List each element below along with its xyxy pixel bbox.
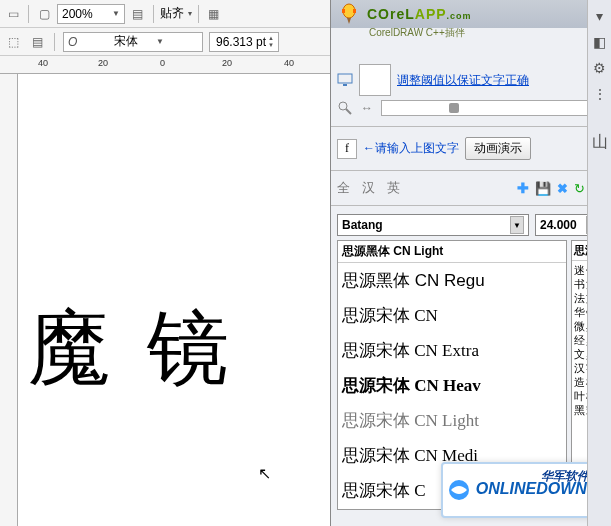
vert-dots-icon[interactable]: ⋮ (592, 86, 608, 102)
font-plugin-panel: COreLAPP.com CorelDRAW C++插伴 调整阈值以保证文字正确… (330, 0, 611, 526)
font-family-value: 宋体 (114, 33, 156, 50)
toolbar-separator-2 (153, 5, 154, 23)
plugin-size-value: 24.000 (540, 218, 582, 232)
sample-char-box[interactable]: f (337, 139, 357, 159)
font-list-header[interactable]: 思源黑体 CN Light (338, 241, 566, 263)
canvas-text-object[interactable]: 魔 镜 (28, 294, 237, 404)
divider-2 (331, 170, 611, 171)
ruler-tick: 40 (284, 58, 294, 68)
font-style-indicator: O (68, 35, 110, 49)
toolbar-separator-3 (198, 5, 199, 23)
zoom-input[interactable] (62, 7, 112, 21)
add-icon[interactable]: ✚ (517, 180, 529, 196)
slider-thumb[interactable] (449, 103, 459, 113)
size-spinner[interactable]: ▲▼ (268, 35, 274, 49)
align-label[interactable]: 贴齐 (160, 5, 184, 22)
threshold-row: 调整阈值以保证文字正确 (331, 56, 611, 100)
cursor-icon: ↖ (258, 464, 271, 483)
threshold-slider[interactable] (381, 100, 605, 116)
dropdown-icon[interactable]: ▾ (592, 8, 608, 24)
balloon-icon (337, 2, 361, 26)
filter-row: 全 汉 英 ✚ 💾 ✖ ↻ (331, 175, 611, 201)
refresh-icon[interactable]: ↻ (574, 181, 585, 196)
svg-rect-3 (338, 74, 352, 83)
threshold-link[interactable]: 调整阈值以保证文字正确 (397, 72, 529, 89)
font-list-item[interactable]: 思源宋体 CN Light (338, 403, 566, 438)
input-text-row: f ←请输入上图文字 动画演示 (331, 131, 611, 166)
demo-button[interactable]: 动画演示 (465, 137, 531, 160)
font-controls-row: Batang ▼ 24.000 ▼ (331, 210, 611, 240)
font-family-combo[interactable]: O 宋体 ▼ (63, 32, 203, 52)
brand-subtitle: CorelDRAW C++插伴 (369, 26, 465, 40)
ruler-tick: 20 (222, 58, 232, 68)
corelapp-header: COreLAPP.com (331, 0, 611, 28)
chevron-down-icon[interactable]: ▼ (156, 37, 198, 46)
magnifier-icon[interactable] (337, 100, 353, 116)
font-list-item[interactable]: 思源宋体 CN Extra (338, 333, 566, 368)
svg-rect-4 (343, 84, 347, 86)
toolbar-icon-4[interactable]: ▦ (205, 5, 223, 23)
chevron-down-icon[interactable]: ▼ (112, 9, 120, 18)
tool-icon-b[interactable]: ▤ (28, 33, 46, 51)
svg-rect-1 (342, 9, 345, 13)
cjk-tool-icon[interactable]: 山 (592, 112, 608, 128)
chevron-down-icon[interactable]: ▼ (510, 216, 524, 234)
ruler-vertical (0, 74, 18, 526)
ruler-tick: 0 (160, 58, 165, 68)
filter-all[interactable]: 全 (337, 179, 350, 197)
brand-title: COreLAPP.com (367, 6, 472, 22)
ruler-tick: 40 (38, 58, 48, 68)
canvas[interactable]: 魔 镜 ↖ (18, 74, 330, 526)
slider-row: ↔ (331, 100, 611, 122)
divider-3 (331, 205, 611, 206)
toolbar-icon-3[interactable]: ▤ (129, 5, 147, 23)
palette-icon[interactable]: ◧ (592, 34, 608, 50)
font-list-item[interactable]: 思源黑体 CN Regu (338, 263, 566, 298)
toolbar-icon-1[interactable]: ▭ (4, 5, 22, 23)
toolbar-separator-4 (54, 33, 55, 51)
chevron-down-icon[interactable]: ▾ (188, 9, 192, 18)
divider (331, 126, 611, 127)
ruler-horizontal: 40 20 0 20 40 (0, 56, 330, 74)
zoom-combo[interactable]: ▼ (57, 4, 125, 24)
toolbar-separator (28, 5, 29, 23)
svg-point-5 (339, 102, 347, 110)
filter-han[interactable]: 汉 (362, 179, 375, 197)
right-edge-toolbar: ▾ ◧ ⚙ ⋮ 山 (587, 0, 611, 526)
tool-icon-a[interactable]: ⬚ (4, 33, 22, 51)
filter-eng[interactable]: 英 (387, 179, 400, 197)
delete-icon[interactable]: ✖ (557, 181, 568, 196)
arrows-icon[interactable]: ↔ (359, 100, 375, 116)
onlinedown-watermark: 华军软件园 ONLINEDOWN.net (441, 462, 611, 518)
toolbar-icon-2[interactable]: ▢ (35, 5, 53, 23)
ruler-tick: 20 (98, 58, 108, 68)
font-list-item[interactable]: 思源宋体 CN Heav (338, 368, 566, 403)
preview-box (359, 64, 391, 96)
svg-line-6 (346, 109, 351, 114)
font-size-combo[interactable]: 96.313 pt ▲▼ (209, 32, 279, 52)
monitor-icon[interactable] (337, 72, 353, 88)
svg-rect-2 (353, 9, 356, 13)
settings-icon[interactable]: ⚙ (592, 60, 608, 76)
save-icon[interactable]: 💾 (535, 181, 551, 196)
plugin-font-value: Batang (342, 218, 506, 232)
input-hint: ←请输入上图文字 (363, 140, 459, 157)
font-list-item[interactable]: 思源宋体 CN (338, 298, 566, 333)
plugin-font-combo[interactable]: Batang ▼ (337, 214, 529, 236)
font-size-value: 96.313 pt (214, 35, 266, 49)
